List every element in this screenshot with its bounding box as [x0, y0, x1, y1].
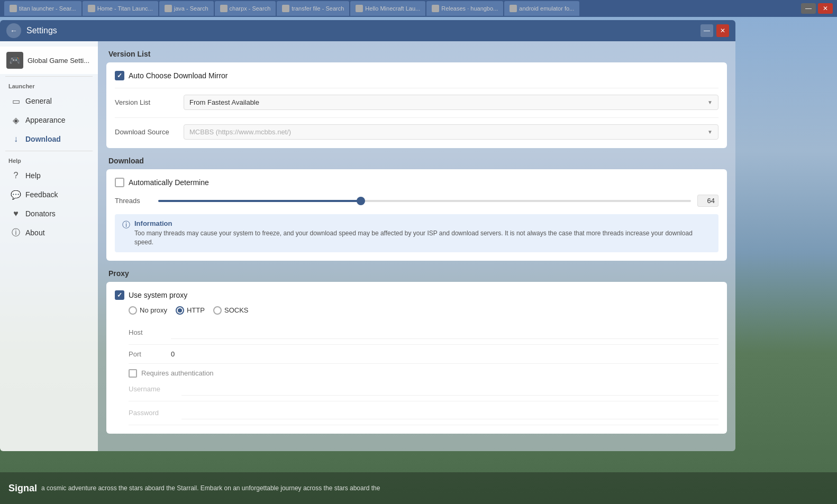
info-box: ⓘ Information Too many threads may cause…: [115, 214, 718, 252]
tab-icon-6: [356, 5, 363, 12]
radio-no-proxy[interactable]: No proxy: [129, 306, 167, 315]
tab-icon-1: [10, 5, 17, 12]
tab-label-6: Hello Minecraft Lau...: [365, 5, 420, 12]
version-list-row: Version List From Fastest Available ▼: [115, 88, 718, 110]
threads-slider-track[interactable]: [158, 200, 691, 202]
sidebar-launcher-label: Launcher: [0, 79, 98, 91]
tab-label-1: titan launcher - Sear...: [19, 5, 76, 12]
sidebar-item-about[interactable]: ⓘ About: [2, 223, 96, 242]
sidebar-item-help-label: Help: [25, 171, 41, 180]
settings-minimize-button[interactable]: —: [700, 24, 713, 37]
taskbar: Signal a cosmic adventure across the sta…: [0, 472, 837, 504]
browser-tab-5[interactable]: transfer file - Search: [277, 1, 349, 16]
tab-label-4: charpx - Search: [230, 5, 271, 12]
radio-socks[interactable]: SOCKS: [213, 306, 249, 315]
sidebar-item-donators[interactable]: ♥ Donators: [2, 204, 96, 223]
download-card: Automatically Determine Threads 64 ⓘ Inf…: [106, 169, 727, 261]
radio-socks-circle: [213, 306, 222, 315]
sidebar-item-general[interactable]: ▭ General: [2, 91, 96, 111]
username-input[interactable]: [181, 383, 718, 396]
download-source-value: MCBBS (https://www.mcbbs.net/): [189, 128, 291, 136]
use-system-proxy-row: ✓ Use system proxy: [115, 290, 718, 300]
settings-body: 🎮 Global Game Setti... Launcher ▭ Genera…: [0, 41, 735, 451]
browser-tab-7[interactable]: Releases · huangbo...: [426, 1, 503, 16]
browser-tab-3[interactable]: java - Search: [159, 1, 214, 16]
sidebar-item-feedback[interactable]: 💬 Feedback: [2, 185, 96, 204]
sidebar-item-feedback-label: Feedback: [25, 190, 58, 199]
use-system-proxy-checkbox[interactable]: ✓: [115, 290, 124, 300]
browser-title-bar: titan launcher - Sear... Home - Titan La…: [0, 0, 837, 17]
browser-tab-8[interactable]: android emulator fo...: [504, 1, 579, 16]
sidebar-item-appearance-label: Appearance: [25, 116, 66, 124]
global-game-emoji: 🎮: [9, 54, 21, 66]
proxy-section-title: Proxy: [106, 269, 727, 278]
sidebar-item-download[interactable]: ↓ Download: [2, 130, 96, 149]
version-list-select[interactable]: From Fastest Available ▼: [184, 95, 718, 110]
appearance-icon: ◈: [11, 115, 21, 125]
radio-socks-label: SOCKS: [224, 306, 249, 314]
sidebar-item-appearance[interactable]: ◈ Appearance: [2, 111, 96, 130]
browser-tab-6[interactable]: Hello Minecraft Lau...: [350, 1, 425, 16]
tab-label-2: Home - Titan Launc...: [97, 5, 153, 12]
radio-no-proxy-circle: [129, 306, 137, 315]
host-row: Host: [129, 321, 718, 345]
download-source-label: Download Source: [115, 128, 184, 136]
global-game-label: Global Game Setti...: [28, 57, 89, 65]
version-list-arrow: ▼: [707, 99, 713, 105]
tab-icon-7: [432, 5, 439, 12]
sidebar-item-global-game[interactable]: 🎮 Global Game Setti...: [0, 47, 98, 74]
tab-label-5: transfer file - Search: [292, 5, 344, 12]
download-source-select[interactable]: MCBBS (https://www.mcbbs.net/) ▼: [184, 124, 718, 140]
sidebar-item-download-label: Download: [25, 135, 61, 143]
browser-tab-4[interactable]: charpx - Search: [215, 1, 276, 16]
auto-determine-checkbox[interactable]: [115, 178, 124, 187]
feedback-icon: 💬: [11, 189, 21, 200]
threads-slider-fill: [158, 200, 361, 202]
auto-determine-label: Automatically Determine: [129, 178, 209, 187]
sidebar-item-help[interactable]: ? Help: [2, 166, 96, 185]
use-system-proxy-label: Use system proxy: [129, 291, 187, 299]
port-label: Port: [129, 350, 171, 358]
radio-http-label: HTTP: [187, 306, 205, 314]
radio-http[interactable]: HTTP: [176, 306, 205, 315]
host-label: Host: [129, 328, 171, 336]
settings-window: ← Settings — ✕ 🎮 Global Game Setti... La…: [0, 20, 735, 451]
info-icon: ⓘ: [122, 220, 130, 230]
tab-icon-2: [88, 5, 95, 12]
taskbar-signal: Signal: [8, 483, 37, 494]
port-value: 0: [171, 350, 175, 358]
sidebar-item-about-label: About: [25, 228, 45, 237]
browser-window-controls: — ✕: [801, 3, 833, 14]
tab-label-3: java - Search: [174, 5, 208, 12]
radio-no-proxy-label: No proxy: [140, 306, 167, 314]
tab-label-8: android emulator fo...: [519, 5, 574, 12]
global-game-icon: 🎮: [6, 52, 23, 69]
browser-tab-1[interactable]: titan launcher - Sear...: [4, 1, 81, 16]
settings-close-button[interactable]: ✕: [716, 24, 729, 37]
proxy-fields: Host Port 0: [129, 321, 718, 364]
settings-back-button[interactable]: ←: [6, 23, 21, 38]
host-input[interactable]: [171, 326, 718, 339]
settings-sidebar: 🎮 Global Game Setti... Launcher ▭ Genera…: [0, 41, 98, 451]
browser-minimize-button[interactable]: —: [801, 3, 816, 14]
password-input[interactable]: [181, 407, 718, 419]
download-section-title: Download: [106, 157, 727, 165]
auth-checkbox-row: Requires authentication: [129, 369, 718, 378]
radio-http-circle: [176, 306, 184, 315]
auto-determine-row: Automatically Determine: [115, 178, 718, 187]
browser-tabs: titan launcher - Sear... Home - Titan La…: [4, 0, 801, 17]
threads-row: Threads 64: [115, 195, 718, 207]
threads-slider-thumb[interactable]: [357, 197, 365, 205]
info-content: Information Too many threads may cause y…: [134, 219, 711, 247]
donators-icon: ♥: [11, 208, 21, 219]
browser-tab-2[interactable]: Home - Titan Launc...: [83, 1, 158, 16]
requires-auth-label: Requires authentication: [141, 369, 214, 377]
browser-close-button[interactable]: ✕: [818, 3, 833, 14]
taskbar-text: a cosmic adventure across the stars aboa…: [41, 484, 380, 492]
settings-title-bar: ← Settings — ✕: [0, 20, 735, 41]
sidebar-divider-2: [5, 151, 93, 151]
requires-auth-checkbox[interactable]: [129, 369, 137, 378]
auto-choose-checkbox[interactable]: ✓: [115, 71, 124, 80]
sidebar-help-label: Help: [0, 153, 98, 166]
password-row: Password: [129, 401, 718, 425]
